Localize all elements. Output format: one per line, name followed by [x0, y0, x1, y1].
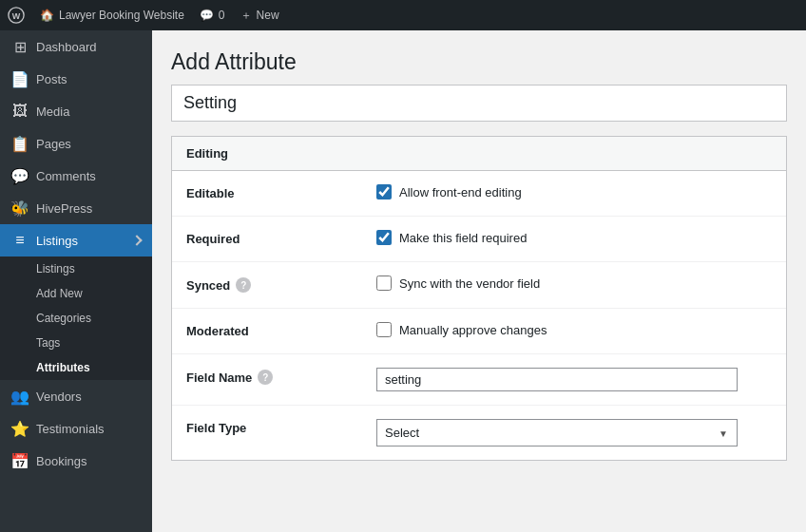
sidebar-item-label: HivePress [36, 201, 92, 216]
chevron-right-icon [131, 235, 142, 245]
sidebar-item-dashboard[interactable]: ⊞ Dashboard [0, 30, 152, 63]
bookings-icon: 📅 [11, 452, 29, 469]
sidebar-item-hivepress[interactable]: 🐝 HivePress [0, 192, 152, 224]
field-name-row: Field Name ? [172, 354, 786, 406]
media-icon: 🖼 [11, 103, 29, 120]
hivepress-icon: 🐝 [11, 200, 29, 217]
sidebar-item-label: Vendors [36, 390, 82, 404]
field-type-row: Field Type Select Text Textarea Number D… [172, 406, 786, 460]
required-label: Required [172, 217, 362, 261]
required-row: Required Make this field required [172, 217, 786, 262]
sidebar-item-attributes[interactable]: Attributes [0, 355, 152, 380]
sidebar-item-bookings[interactable]: 📅 Bookings [0, 445, 152, 477]
main-content: Add Attribute Editing Editable [152, 30, 806, 532]
synced-checkbox-label[interactable]: Sync with the vendor field [376, 276, 540, 291]
field-name-field [362, 354, 752, 405]
moderated-checkbox[interactable] [376, 322, 392, 337]
required-field: Make this field required [362, 217, 541, 258]
synced-field: Sync with the vendor field [362, 262, 554, 304]
vendors-icon: 👥 [11, 388, 29, 405]
sidebar-item-vendors[interactable]: 👥 Vendors [0, 380, 152, 412]
sidebar-item-label: Testimonials [36, 422, 105, 436]
home-icon: 🏠 [40, 9, 54, 22]
editable-field: Allow front-end editing [362, 171, 536, 213]
pages-icon: 📋 [11, 135, 29, 152]
moderated-checkbox-label[interactable]: Manually approve changes [376, 322, 547, 337]
synced-label: Synced ? [172, 262, 362, 308]
new-button[interactable]: ＋ New [240, 8, 279, 24]
editing-section: Editing Editable Allow front-end editing [171, 136, 787, 461]
editable-checkbox-label[interactable]: Allow front-end editing [376, 184, 522, 200]
sidebar-item-add-new[interactable]: Add New [0, 281, 152, 306]
synced-help-icon[interactable]: ? [236, 277, 251, 293]
comments-button[interactable]: 💬 0 [200, 9, 225, 22]
sidebar: ⊞ Dashboard 📄 Posts 🖼 Media 📋 Pages 💬 Co… [0, 30, 152, 532]
site-name[interactable]: 🏠 Lawyer Booking Website [40, 9, 184, 22]
required-checkbox-label[interactable]: Make this field required [376, 230, 527, 245]
field-type-select[interactable]: Select Text Textarea Number Date Checkbo… [376, 419, 738, 446]
sidebar-item-comments[interactable]: 💬 Comments [0, 160, 152, 192]
field-name-input[interactable] [376, 368, 738, 391]
field-type-field: Select Text Textarea Number Date Checkbo… [362, 406, 752, 460]
editable-row: Editable Allow front-end editing [172, 171, 786, 217]
editable-label: Editable [172, 171, 362, 216]
sidebar-item-label: Media [36, 104, 69, 119]
sidebar-item-listings-list[interactable]: Listings [0, 256, 152, 281]
sidebar-item-testimonials[interactable]: ⭐ Testimonials [0, 412, 152, 445]
sidebar-item-tags[interactable]: Tags [0, 331, 152, 355]
sidebar-item-label: Listings [36, 234, 78, 248]
field-name-label: Field Name ? [172, 354, 362, 400]
editable-checkbox-text: Allow front-end editing [399, 185, 522, 200]
field-name-help-icon[interactable]: ? [258, 370, 273, 385]
sidebar-item-label: Dashboard [36, 40, 97, 54]
attribute-name-input[interactable] [171, 85, 787, 122]
comment-icon: 💬 [200, 9, 214, 22]
content-area: Editing Editable Allow front-end editing [152, 85, 806, 480]
posts-icon: 📄 [11, 70, 29, 87]
sidebar-item-posts[interactable]: 📄 Posts [0, 63, 152, 95]
comments-icon: 💬 [11, 167, 29, 184]
field-type-label: Field Type [172, 406, 362, 450]
moderated-checkbox-text: Manually approve changes [399, 323, 547, 337]
moderated-field: Manually approve changes [362, 309, 561, 351]
required-checkbox-text: Make this field required [399, 231, 527, 245]
sidebar-item-label: Posts [36, 72, 67, 86]
sidebar-item-pages[interactable]: 📋 Pages [0, 127, 152, 160]
sidebar-item-categories[interactable]: Categories [0, 306, 152, 331]
page-header: Add Attribute [152, 30, 806, 85]
moderated-row: Moderated Manually approve changes [172, 309, 786, 354]
synced-checkbox[interactable] [376, 276, 392, 291]
moderated-label: Moderated [172, 309, 362, 353]
editable-checkbox[interactable] [376, 184, 392, 200]
dashboard-icon: ⊞ [11, 38, 29, 55]
field-type-select-wrapper: Select Text Textarea Number Date Checkbo… [376, 419, 738, 446]
sidebar-item-media[interactable]: 🖼 Media [0, 95, 152, 127]
page-title: Add Attribute [171, 49, 787, 75]
listings-icon: ≡ [11, 232, 29, 249]
sidebar-item-label: Bookings [36, 454, 86, 468]
synced-row: Synced ? Sync with the vendor field [172, 262, 786, 309]
svg-text:W: W [12, 11, 21, 21]
testimonials-icon: ⭐ [11, 420, 29, 437]
topbar: W 🏠 Lawyer Booking Website 💬 0 ＋ New [0, 0, 806, 30]
wp-logo-button[interactable]: W [8, 7, 25, 24]
section-title: Editing [172, 137, 786, 171]
plus-icon: ＋ [240, 8, 252, 24]
sidebar-item-listings[interactable]: ≡ Listings [0, 224, 152, 256]
required-checkbox[interactable] [376, 230, 392, 245]
synced-checkbox-text: Sync with the vendor field [399, 276, 540, 291]
sidebar-item-label: Comments [36, 169, 96, 183]
sidebar-item-label: Pages [36, 137, 71, 151]
